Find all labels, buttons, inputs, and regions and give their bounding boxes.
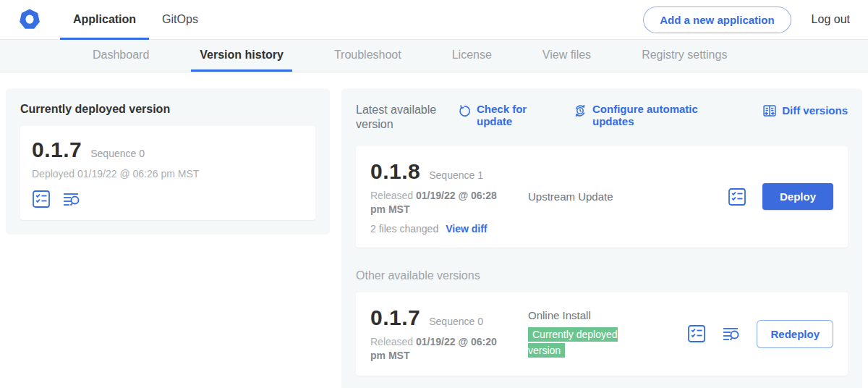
configure-automatic-updates-link[interactable]: Configure automatic updates bbox=[573, 103, 746, 128]
main-content: Currently deployed version 0.1.7 Sequenc… bbox=[0, 72, 868, 388]
latest-version-source: Upstream Update bbox=[528, 190, 644, 203]
preflight-checklist-icon[interactable] bbox=[32, 190, 51, 208]
deployed-badge-wrap: Currently deployed version bbox=[528, 327, 635, 358]
diff-versions-icon bbox=[762, 104, 777, 118]
other-version-info: 0.1.7 Sequence 0 Released 01/19/22 @ 06:… bbox=[370, 305, 528, 363]
available-panel-header: Latest available version Check for updat… bbox=[356, 103, 848, 132]
latest-available-title: Latest available version bbox=[356, 103, 457, 132]
subtab-troubleshoot[interactable]: Troubleshoot bbox=[326, 40, 410, 72]
deployed-sequence-label: Sequence 0 bbox=[90, 148, 145, 159]
check-for-update-label: Check for update bbox=[477, 103, 535, 128]
latest-version-card: 0.1.8 Sequence 1 Released 01/19/22 @ 06:… bbox=[356, 146, 848, 248]
other-released-date: Released 01/19/22 @ 06:20 pm MST bbox=[370, 335, 511, 363]
other-version-number: 0.1.7 bbox=[370, 305, 420, 330]
subtab-version-history[interactable]: Version history bbox=[191, 40, 292, 72]
tab-application[interactable]: Application bbox=[60, 0, 149, 40]
refresh-icon bbox=[457, 104, 472, 118]
configure-automatic-updates-label: Configure automatic updates bbox=[592, 103, 708, 128]
deployed-date-label: Deployed bbox=[32, 168, 77, 180]
deployed-version-number: 0.1.7 bbox=[32, 138, 82, 162]
check-for-update-link[interactable]: Check for update bbox=[457, 103, 573, 128]
files-changed-label: 2 files changed bbox=[370, 223, 438, 235]
sub-nav: Dashboard Version history Troubleshoot L… bbox=[0, 40, 868, 72]
redeploy-button[interactable]: Redeploy bbox=[757, 320, 833, 348]
view-logs-icon[interactable] bbox=[722, 324, 741, 343]
deployed-actions bbox=[32, 190, 304, 208]
subtab-view-files[interactable]: View files bbox=[534, 40, 600, 72]
other-version-source: Online Install Currently deployed versio… bbox=[528, 309, 644, 358]
version-row: 0.1.7 Sequence 0 bbox=[32, 138, 304, 162]
subtab-dashboard[interactable]: Dashboard bbox=[84, 40, 158, 72]
files-changed-row: 2 files changedView diff bbox=[370, 223, 528, 235]
deployed-date-value: 01/19/22 @ 06:26 pm MST bbox=[77, 168, 199, 180]
latest-released-date: Released 01/19/22 @ 06:28 pm MST bbox=[370, 189, 511, 216]
preflight-checklist-icon[interactable] bbox=[687, 324, 706, 343]
deployed-version-card: 0.1.7 Sequence 0 Deployed 01/19/22 @ 06:… bbox=[20, 126, 315, 220]
available-versions-panel: Latest available version Check for updat… bbox=[341, 88, 862, 388]
latest-version-info: 0.1.8 Sequence 1 Released 01/19/22 @ 06:… bbox=[370, 159, 528, 235]
other-available-versions-title: Other available versions bbox=[356, 269, 848, 282]
top-nav-tabs: Application GitOps bbox=[60, 0, 211, 40]
add-application-button[interactable]: Add a new application bbox=[643, 7, 791, 33]
app-logo[interactable] bbox=[18, 8, 41, 31]
deploy-button[interactable]: Deploy bbox=[762, 183, 833, 210]
subtab-registry-settings[interactable]: Registry settings bbox=[633, 40, 736, 72]
top-nav: Application GitOps Add a new application… bbox=[0, 0, 868, 40]
deployed-date: Deployed 01/19/22 @ 06:26 pm MST bbox=[32, 167, 304, 181]
auto-update-clock-icon bbox=[573, 104, 587, 118]
latest-version-actions: Deploy bbox=[728, 183, 833, 210]
released-label: Released bbox=[370, 336, 416, 347]
top-nav-right: Add a new application Log out bbox=[643, 7, 850, 33]
tab-gitops[interactable]: GitOps bbox=[149, 0, 211, 40]
released-label: Released bbox=[370, 190, 416, 201]
currently-deployed-panel: Currently deployed version 0.1.7 Sequenc… bbox=[6, 88, 330, 235]
preflight-checklist-icon[interactable] bbox=[728, 187, 746, 206]
view-logs-icon[interactable] bbox=[62, 190, 81, 208]
other-version-card: 0.1.7 Sequence 0 Released 01/19/22 @ 06:… bbox=[356, 292, 848, 376]
currently-deployed-badge: Currently deployed version bbox=[528, 327, 618, 358]
diff-versions-label: Diff versions bbox=[782, 104, 848, 117]
latest-sequence-label: Sequence 1 bbox=[429, 169, 483, 181]
other-version-actions: Redeploy bbox=[687, 320, 833, 348]
subtab-license[interactable]: License bbox=[443, 40, 501, 72]
view-diff-link[interactable]: View diff bbox=[446, 223, 487, 235]
install-type-label: Online Install bbox=[528, 309, 644, 321]
diff-versions-link[interactable]: Diff versions bbox=[762, 103, 848, 118]
app-logo-icon bbox=[18, 8, 41, 31]
logout-link[interactable]: Log out bbox=[812, 13, 850, 26]
currently-deployed-title: Currently deployed version bbox=[20, 103, 315, 116]
latest-version-number: 0.1.8 bbox=[370, 159, 420, 184]
other-sequence-label: Sequence 0 bbox=[429, 316, 483, 327]
